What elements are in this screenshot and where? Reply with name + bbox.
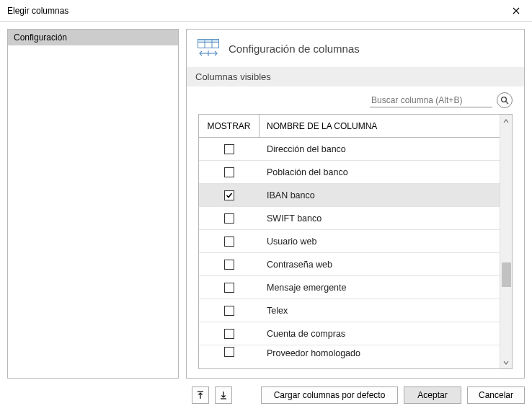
vertical-scrollbar[interactable] (500, 115, 512, 368)
table-row[interactable]: SWIFT banco (199, 207, 500, 230)
section-visible-columns: Columnas visibles (187, 67, 524, 87)
main-header: Configuración de columnas (187, 30, 524, 67)
window-title: Elegir columnas (7, 6, 500, 16)
accept-button[interactable]: Aceptar (404, 386, 461, 404)
scroll-down-arrow[interactable] (500, 356, 512, 368)
show-checkbox[interactable] (224, 167, 234, 177)
show-checkbox-cell (199, 260, 260, 270)
search-icon (500, 96, 509, 105)
title-bar: Elegir columnas (0, 0, 532, 22)
move-down-button[interactable] (215, 386, 232, 404)
table-row[interactable]: Dirección del banco (199, 138, 500, 161)
close-icon (513, 7, 520, 14)
footer: Cargar columnas por defecto Aceptar Canc… (0, 379, 532, 411)
cancel-button[interactable]: Cancelar (467, 386, 525, 404)
show-checkbox[interactable] (224, 213, 234, 224)
column-name-cell: Cuenta de compras (260, 329, 500, 339)
column-name-cell: SWIFT banco (260, 213, 500, 224)
show-checkbox-cell (199, 283, 260, 293)
table-row[interactable]: Usuario web (199, 230, 500, 253)
column-name-cell: Mensaje emergente (260, 283, 500, 293)
show-checkbox-cell (199, 167, 260, 177)
svg-rect-1 (198, 40, 219, 43)
table-row[interactable]: Población del banco (199, 161, 500, 184)
search-row (187, 87, 524, 114)
column-name-cell: Telex (260, 306, 500, 316)
show-checkbox[interactable] (224, 329, 234, 339)
search-button[interactable] (497, 92, 513, 108)
load-defaults-button[interactable]: Cargar columnas por defecto (261, 386, 398, 404)
scroll-thumb[interactable] (502, 262, 511, 287)
scroll-up-arrow[interactable] (500, 115, 512, 127)
sidebar-item-configuracion[interactable]: Configuración (8, 30, 178, 45)
show-checkbox[interactable] (224, 283, 234, 293)
dialog-body: Configuración Configuración de columnas … (0, 22, 532, 379)
show-checkbox[interactable] (224, 237, 234, 247)
svg-point-6 (502, 97, 507, 102)
show-checkbox[interactable] (224, 347, 234, 357)
svg-line-7 (506, 102, 508, 104)
show-checkbox-cell (199, 347, 260, 357)
column-name-cell: Contraseña web (260, 260, 500, 270)
table-row[interactable]: Mensaje emergente (199, 276, 500, 299)
show-checkbox-cell (199, 190, 260, 200)
columns-config-icon (197, 38, 220, 58)
column-header-name[interactable]: NOMBRE DE LA COLUMNA (260, 115, 500, 137)
columns-grid: MOSTRAR NOMBRE DE LA COLUMNA Dirección d… (198, 114, 513, 369)
show-checkbox-cell (199, 329, 260, 339)
main-panel: Configuración de columnas Columnas visib… (186, 29, 525, 379)
search-input[interactable] (370, 94, 492, 107)
show-checkbox-cell (199, 144, 260, 154)
show-checkbox[interactable] (224, 260, 234, 270)
show-checkbox-cell (199, 213, 260, 224)
move-up-button[interactable] (192, 386, 209, 404)
arrow-up-bar-icon (197, 391, 204, 399)
table-row[interactable]: Cuenta de compras (199, 322, 500, 345)
show-checkbox-cell (199, 237, 260, 247)
arrow-down-bar-icon (220, 391, 227, 399)
main-title: Configuración de columnas (229, 43, 360, 55)
show-checkbox[interactable] (224, 144, 234, 154)
column-name-cell: Proveedor homologado (260, 345, 500, 358)
table-row[interactable]: Proveedor homologado (199, 345, 500, 358)
close-button[interactable] (500, 0, 532, 22)
show-checkbox[interactable] (224, 306, 234, 316)
column-name-cell: IBAN banco (260, 190, 500, 200)
grid-header: MOSTRAR NOMBRE DE LA COLUMNA (199, 115, 500, 138)
table-row[interactable]: Telex (199, 299, 500, 322)
column-name-cell: Dirección del banco (260, 144, 500, 154)
show-checkbox[interactable] (224, 190, 234, 200)
show-checkbox-cell (199, 306, 260, 316)
sidebar: Configuración (7, 29, 179, 379)
column-header-show[interactable]: MOSTRAR (199, 115, 260, 137)
column-name-cell: Usuario web (260, 237, 500, 247)
column-name-cell: Población del banco (260, 167, 500, 177)
table-row[interactable]: IBAN banco (199, 184, 500, 207)
table-row[interactable]: Contraseña web (199, 253, 500, 276)
